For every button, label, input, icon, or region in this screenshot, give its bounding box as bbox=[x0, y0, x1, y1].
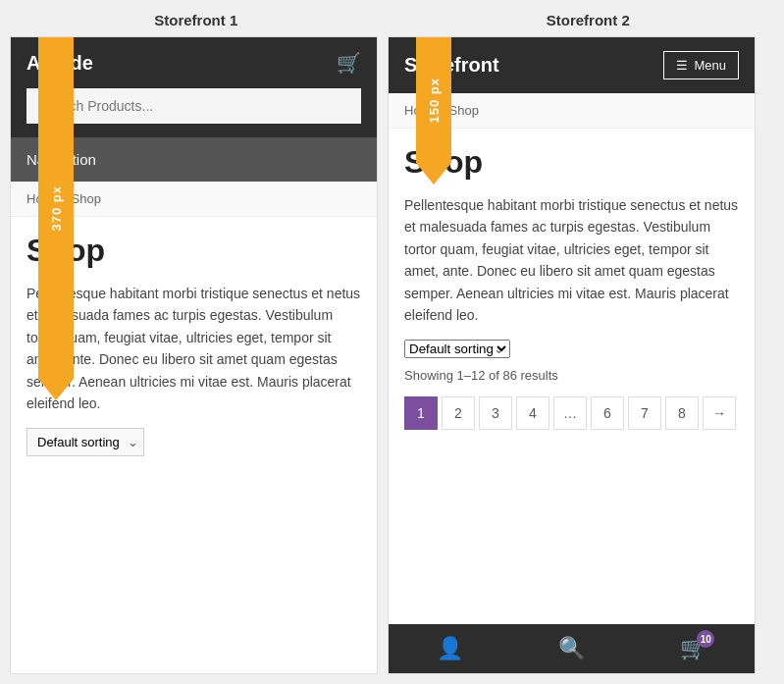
right-breadcrumb-home[interactable]: Home bbox=[404, 103, 439, 118]
left-shop-heading: Shop bbox=[26, 233, 361, 269]
page-btn-1[interactable]: 1 bbox=[404, 396, 438, 430]
right-sort-select[interactable]: Default sorting bbox=[404, 340, 510, 358]
search-icon: 🔍 bbox=[558, 636, 585, 661]
right-breadcrumb-sep: / bbox=[442, 103, 448, 118]
page-btn-…[interactable]: … bbox=[553, 396, 587, 430]
left-shop-body: Pellentesque habitant morbi tristique se… bbox=[26, 283, 361, 414]
bottom-nav-search[interactable]: 🔍 bbox=[558, 636, 585, 661]
left-site-title: Arcade bbox=[26, 52, 93, 75]
left-select-wrapper: Default sorting bbox=[26, 428, 144, 456]
right-header-bar: Storefront ☰ Menu bbox=[389, 37, 755, 93]
right-sort-row: Default sorting bbox=[404, 340, 739, 358]
bottom-nav-cart[interactable]: 🛒 10 bbox=[680, 636, 706, 661]
page-btn-→[interactable]: → bbox=[703, 396, 736, 430]
account-icon: 👤 bbox=[437, 636, 463, 661]
left-panel: 370 px Arcade 🛒 Navigation Home / Shop S… bbox=[10, 36, 378, 674]
storefront-1-label: Storefront 1 bbox=[154, 12, 237, 28]
right-results-text: Showing 1–12 of 86 results bbox=[404, 368, 739, 383]
page-btn-7[interactable]: 7 bbox=[628, 396, 661, 430]
left-nav-bar[interactable]: Navigation bbox=[11, 137, 377, 182]
page-btn-4[interactable]: 4 bbox=[516, 396, 549, 430]
cart-badge: 10 bbox=[697, 630, 714, 648]
left-breadcrumb: Home / Shop bbox=[11, 182, 377, 217]
right-content: Shop Pellentesque habitant morbi tristiq… bbox=[389, 129, 755, 624]
page-btn-6[interactable]: 6 bbox=[591, 396, 624, 430]
right-select-wrapper: Default sorting bbox=[404, 340, 510, 358]
right-menu-icon: ☰ bbox=[676, 58, 688, 73]
left-nav-label: Navigation bbox=[26, 151, 96, 168]
right-shop-body: Pellentesque habitant morbi tristique se… bbox=[404, 194, 739, 326]
right-shop-heading: Shop bbox=[404, 144, 739, 181]
left-cart-icon[interactable]: 🛒 bbox=[337, 51, 361, 75]
left-sort-select[interactable]: Default sorting bbox=[26, 428, 144, 456]
left-breadcrumb-home[interactable]: Home bbox=[26, 191, 61, 206]
left-sort-row: Default sorting bbox=[26, 428, 361, 456]
storefront-2-label: Storefront 2 bbox=[547, 12, 630, 28]
left-search-bar bbox=[11, 88, 377, 137]
right-breadcrumb: Home / Shop bbox=[389, 93, 755, 129]
right-menu-button[interactable]: ☰ Menu bbox=[663, 51, 739, 79]
left-content: Shop Pellentesque habitant morbi tristiq… bbox=[11, 217, 377, 673]
left-breadcrumb-sep: / bbox=[64, 191, 68, 206]
left-breadcrumb-current: Shop bbox=[72, 191, 101, 206]
page-btn-3[interactable]: 3 bbox=[479, 396, 512, 430]
right-panel: 150 px Storefront ☰ Menu Home / Shop Sho… bbox=[388, 36, 756, 674]
right-pagination: 1234…678→ bbox=[404, 396, 739, 430]
page-btn-8[interactable]: 8 bbox=[665, 396, 699, 430]
left-search-input[interactable] bbox=[26, 88, 361, 124]
page-btn-2[interactable]: 2 bbox=[442, 396, 475, 430]
right-bottom-nav: 👤 🔍 🛒 10 bbox=[389, 624, 755, 673]
bottom-nav-account[interactable]: 👤 bbox=[437, 636, 463, 661]
right-menu-label: Menu bbox=[694, 58, 726, 73]
right-site-title: Storefront bbox=[404, 54, 499, 77]
right-breadcrumb-current: Shop bbox=[449, 103, 479, 118]
left-header-bar: Arcade 🛒 bbox=[11, 37, 377, 88]
